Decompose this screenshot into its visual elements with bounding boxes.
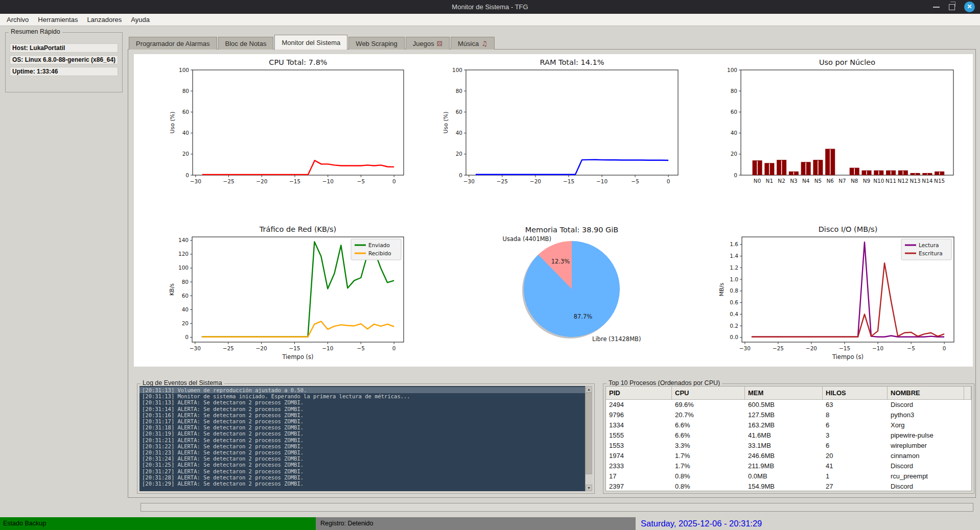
svg-text:Tiempo (s): Tiempo (s) <box>832 353 864 360</box>
svg-text:40: 40 <box>182 306 189 312</box>
scrollbar-thumb[interactable] <box>586 393 592 474</box>
svg-text:−10: −10 <box>322 178 334 184</box>
svg-text:N6: N6 <box>826 178 834 184</box>
tab-web-scraping[interactable]: Web Scraping <box>348 37 404 50</box>
close-icon[interactable]: ✕ <box>964 2 975 12</box>
status-datetime-segment: Saturday, 2025-12-06 - 20:31:29 <box>636 517 980 530</box>
svg-text:Lectura: Lectura <box>919 242 939 248</box>
svg-text:−30: −30 <box>190 345 201 351</box>
host-label: Host: LukaPortatil <box>10 43 118 53</box>
svg-text:1.0: 1.0 <box>730 276 738 282</box>
svg-text:0: 0 <box>734 172 737 178</box>
log-line: [20:31:21] ALERTA: Se detectaron 2 proce… <box>139 437 592 443</box>
tab-juegos[interactable]: Juegos⚄ <box>406 37 450 50</box>
menu-herramientas[interactable]: Herramientas <box>33 14 82 26</box>
svg-text:100: 100 <box>727 67 737 73</box>
column-header-mem[interactable]: MEM <box>745 387 823 400</box>
svg-text:−20: −20 <box>806 345 817 351</box>
log-line: [20:31:16] ALERTA: Se detectaron 2 proce… <box>139 412 592 418</box>
svg-text:12.3%: 12.3% <box>551 258 570 265</box>
top-processes-box: Top 10 Procesos (Ordenados por CPU) PID … <box>603 383 974 494</box>
svg-text:40: 40 <box>456 130 462 136</box>
tab-monitor-del-sistema[interactable]: Monitor del Sistema <box>274 35 347 50</box>
log-area[interactable]: [20:31:13] Volumen de reproducción ajust… <box>139 386 592 491</box>
svg-text:Uso por Núcleo: Uso por Núcleo <box>819 58 875 66</box>
table-row[interactable]: 19741.7%246.6MB20cinnamon <box>606 451 971 461</box>
column-header-cpu[interactable]: CPU <box>672 387 745 400</box>
svg-text:20: 20 <box>731 151 737 157</box>
svg-text:N13: N13 <box>910 178 921 184</box>
column-header-nombre[interactable]: NOMBRE <box>888 387 964 400</box>
os-label: OS: Linux 6.8.0-88-generic (x86_64) <box>10 55 118 64</box>
table-row[interactable]: 249469.6%600.5MB63Discord <box>606 400 971 410</box>
maximize-icon[interactable] <box>949 4 955 10</box>
table-row[interactable]: 15533.3%33.1MB6wireplumber <box>606 441 971 451</box>
chart-core-usage: 020406080100Uso por NúcleoN0N1N2N3N4N5N6… <box>693 54 973 210</box>
scroll-down-icon[interactable]: ▼ <box>586 485 592 491</box>
svg-text:0.2: 0.2 <box>730 323 738 329</box>
backup-progressbar <box>141 503 973 512</box>
svg-text:−25: −25 <box>773 345 784 351</box>
table-row[interactable]: 170.8%0.0MB1rcu_preempt <box>606 471 971 481</box>
svg-text:Recibido: Recibido <box>368 250 391 256</box>
svg-text:60: 60 <box>731 109 737 115</box>
log-line: [20:31:27] ALERTA: Se detectaron 2 proce… <box>139 468 592 474</box>
svg-text:−10: −10 <box>322 345 333 351</box>
svg-text:−30: −30 <box>190 178 201 184</box>
svg-text:N5: N5 <box>814 178 822 184</box>
svg-text:0: 0 <box>185 334 189 340</box>
svg-text:Enviado: Enviado <box>368 242 390 248</box>
datetime-label: Saturday, 2025-12-06 - 20:31:29 <box>641 517 762 530</box>
chart-memory-pie: Usada (4401MB)12.3%Libre (31428MB)87.7%M… <box>413 210 693 367</box>
titlebar: Monitor de Sistema - TFG ✕ <box>0 0 980 14</box>
window-controls: ✕ <box>933 0 975 14</box>
svg-text:−25: −25 <box>497 178 508 184</box>
table-row[interactable]: 23970.8%154.9MB27Discord <box>606 481 971 491</box>
charts-figure: 020406080100−30−25−20−15−10−50Uso (%)CPU… <box>134 54 973 367</box>
table-row[interactable]: 23331.7%211.9MB41Discord <box>606 461 971 471</box>
log-line: [20:31:13] Volumen de reproducción ajust… <box>139 387 592 393</box>
table-row[interactable]: 979620.7%127.5MB8python3 <box>606 410 971 420</box>
svg-text:0: 0 <box>392 345 396 351</box>
minimize-icon[interactable] <box>933 7 940 8</box>
svg-text:60: 60 <box>182 109 189 115</box>
tab-bloc-de-notas[interactable]: Bloc de Notas <box>218 37 274 50</box>
tab-programador-de-alarmas[interactable]: Programador de Alarmas <box>129 37 217 50</box>
chart-disk-io: 0.00.20.40.60.81.01.21.41.6−30−25−20−15−… <box>693 210 973 367</box>
svg-text:−20: −20 <box>256 345 267 351</box>
menu-ayuda[interactable]: Ayuda <box>126 14 154 26</box>
svg-text:120: 120 <box>178 251 189 257</box>
menu-archivo[interactable]: Archivo <box>2 14 33 26</box>
scroll-up-icon[interactable]: ▲ <box>586 386 592 393</box>
menu-lanzadores[interactable]: Lanzadores <box>82 14 126 26</box>
svg-text:−5: −5 <box>357 178 365 184</box>
svg-text:20: 20 <box>182 151 189 157</box>
log-line: [20:31:24] ALERTA: Se detectaron 2 proce… <box>139 455 592 462</box>
svg-text:Usada (4401MB): Usada (4401MB) <box>502 235 551 243</box>
log-line: [20:31:17] ALERTA: Se detectaron 2 proce… <box>139 418 592 424</box>
log-line: [20:31:28] ALERTA: Se detectaron 2 proce… <box>139 474 592 480</box>
tab-bar: Programador de Alarmas Bloc de Notas Mon… <box>129 35 496 50</box>
svg-text:N0: N0 <box>754 178 761 184</box>
svg-text:Escritura: Escritura <box>919 250 943 256</box>
svg-text:Uso (%): Uso (%) <box>169 111 176 133</box>
tab-musica[interactable]: Música♫ <box>451 37 495 50</box>
svg-text:0.6: 0.6 <box>730 299 738 305</box>
menubar: Archivo Herramientas Lanzadores Ayuda <box>0 14 980 26</box>
svg-text:0: 0 <box>943 345 946 351</box>
event-log-box: Log de Eventos del Sistema [20:31:13] Vo… <box>137 383 595 494</box>
table-row[interactable]: 13346.6%163.2MB6Xorg <box>606 420 971 430</box>
dice-icon: ⚄ <box>437 40 442 47</box>
column-header-pid[interactable]: PID <box>606 387 672 400</box>
log-scrollbar[interactable]: ▲ ▼ <box>585 386 592 491</box>
log-line: [20:31:29] ALERTA: Se detectaron 2 proce… <box>139 480 592 487</box>
column-header-hilos[interactable]: HILOS <box>823 387 888 400</box>
table-row[interactable]: 15556.6%41.6MB3pipewire-pulse <box>606 430 971 441</box>
log-line: [20:31:19] ALERTA: Se detectaron 2 proce… <box>139 430 592 437</box>
svg-text:80: 80 <box>456 88 462 94</box>
log-line: [20:31:13] Monitor de sistema iniciado. … <box>139 393 592 399</box>
quick-summary-box: Resumen Rápido Host: LukaPortatil OS: Li… <box>5 32 123 92</box>
svg-text:Tiempo (s): Tiempo (s) <box>282 353 313 360</box>
window-title: Monitor de Sistema - TFG <box>0 0 980 14</box>
svg-text:N3: N3 <box>790 178 798 184</box>
